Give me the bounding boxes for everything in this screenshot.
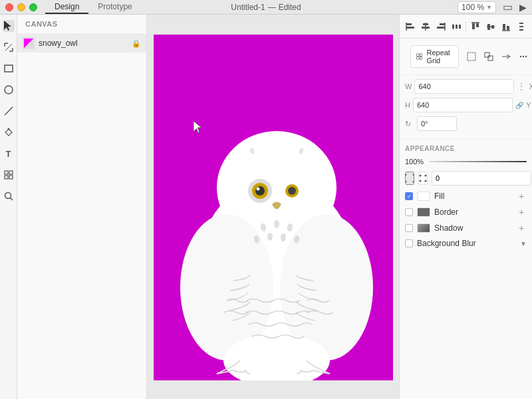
canvas-area[interactable]	[147, 15, 399, 399]
svg-point-69	[425, 175, 427, 177]
ungroup-icon[interactable]	[481, 49, 496, 64]
play-icon[interactable]: ▶	[519, 2, 527, 13]
w-x-row: W ⋮ X	[405, 79, 527, 94]
fill-add-icon[interactable]: +	[516, 191, 527, 201]
svg-point-10	[5, 193, 11, 199]
right-panel: Repeat Grid W ⋮	[399, 15, 532, 399]
title-separator: —	[268, 3, 276, 12]
fullscreen-button[interactable]	[29, 3, 37, 11]
fill-label: Fill	[434, 192, 512, 201]
ellipse-tool[interactable]	[3, 84, 15, 96]
title-right: 100 % ▼ ▭ ▶	[458, 1, 527, 13]
border-swatch[interactable]	[417, 207, 430, 217]
select-tool[interactable]	[3, 20, 15, 32]
shadow-checkbox[interactable]	[405, 224, 413, 232]
title-tabs: Design Prototype	[45, 1, 142, 14]
svg-point-70	[420, 180, 422, 182]
tab-prototype[interactable]: Prototype	[88, 1, 141, 14]
text-tool[interactable]: T	[3, 148, 15, 160]
layer-item[interactable]: snowy_owl 🔒	[17, 34, 146, 53]
align-top-icon[interactable]	[469, 19, 483, 34]
svg-rect-60	[417, 57, 419, 59]
svg-point-24	[274, 220, 279, 228]
more-icon[interactable]	[516, 49, 531, 64]
opacity-value: 100%	[405, 158, 425, 166]
scale-tool[interactable]	[3, 41, 15, 53]
svg-rect-7	[9, 171, 13, 174]
svg-rect-40	[437, 27, 445, 29]
pen-tool[interactable]	[3, 126, 15, 138]
svg-rect-62	[467, 53, 475, 61]
link-icon[interactable]: ⋮	[517, 79, 526, 94]
device-preview-icon[interactable]: ▭	[503, 1, 513, 13]
owl-image	[174, 94, 373, 380]
appearance-section-header: Appearance	[400, 139, 532, 155]
svg-point-27	[267, 233, 273, 241]
dimensions-section: W ⋮ X H 🔗 Y ↻	[400, 75, 532, 139]
svg-rect-2	[5, 65, 13, 72]
svg-rect-63	[485, 53, 489, 57]
corner-radius-input[interactable]	[432, 171, 531, 186]
document-name: Untitled-1	[231, 3, 265, 12]
h-input[interactable]	[413, 98, 513, 112]
blur-checkbox[interactable]	[405, 239, 413, 247]
opacity-slider[interactable]	[429, 161, 527, 162]
svg-rect-52	[503, 24, 505, 30]
align-left-icon[interactable]	[404, 19, 418, 34]
zoom-tool[interactable]	[3, 190, 15, 202]
svg-rect-55	[519, 23, 523, 24]
svg-rect-46	[472, 23, 475, 29]
svg-point-22	[288, 187, 296, 195]
zoom-control[interactable]: 100 % ▼	[458, 1, 496, 13]
rotation-input[interactable]	[417, 116, 457, 131]
rectangle-tool[interactable]	[3, 63, 15, 74]
line-tool[interactable]	[3, 105, 15, 117]
border-add-icon[interactable]: +	[516, 207, 527, 217]
svg-point-66	[523, 56, 524, 57]
w-label: W	[405, 82, 412, 90]
repeat-grid-button[interactable]: Repeat Grid	[410, 45, 459, 68]
svg-rect-53	[507, 26, 509, 30]
minimize-button[interactable]	[17, 3, 25, 11]
svg-line-4	[5, 107, 13, 115]
border-checkbox[interactable]	[405, 208, 413, 216]
fill-checkbox[interactable]	[405, 192, 413, 200]
svg-point-19	[255, 186, 265, 196]
tab-design[interactable]: Design	[45, 1, 88, 14]
svg-rect-56	[519, 26, 523, 27]
svg-rect-43	[456, 25, 458, 29]
blur-expand-icon[interactable]: ▼	[520, 240, 527, 247]
layer-thumbnail	[23, 37, 35, 49]
svg-marker-0	[4, 21, 11, 31]
zoom-chevron[interactable]: ▼	[486, 4, 492, 11]
fill-swatch[interactable]	[417, 192, 430, 201]
group-icon[interactable]	[464, 49, 479, 64]
corner-all-icon[interactable]	[405, 172, 414, 185]
x-label: X	[529, 82, 532, 90]
repeat-grid-icon	[416, 52, 422, 61]
shadow-add-icon[interactable]: +	[516, 223, 527, 233]
svg-rect-58	[417, 54, 419, 56]
corner-individual-icon[interactable]	[418, 172, 428, 185]
document-title: Untitled-1 — Edited	[231, 3, 301, 12]
flip-icon[interactable]	[499, 49, 513, 64]
traffic-lights	[5, 3, 37, 11]
edited-status: Edited	[279, 3, 301, 12]
align-bottom-icon[interactable]	[499, 19, 513, 34]
align-center-h-icon[interactable]	[419, 19, 433, 34]
shadow-swatch[interactable]	[417, 223, 430, 233]
close-button[interactable]	[5, 3, 13, 11]
artboard	[154, 35, 393, 380]
titlebar: Design Prototype Untitled-1 — Edited 100…	[0, 0, 532, 15]
component-tool[interactable]	[3, 169, 15, 181]
align-right-icon[interactable]	[434, 19, 448, 34]
w-input[interactable]	[414, 79, 514, 94]
link-icon2[interactable]: 🔗	[515, 98, 523, 112]
main-area: T Canvas snowy_owl 🔒	[0, 15, 532, 399]
distribute-h-icon[interactable]	[449, 19, 463, 34]
y-label: Y	[526, 101, 531, 109]
svg-point-68	[420, 175, 422, 177]
distribute-v-icon[interactable]	[514, 19, 528, 34]
align-middle-v-icon[interactable]	[484, 19, 498, 34]
svg-rect-59	[420, 54, 422, 56]
